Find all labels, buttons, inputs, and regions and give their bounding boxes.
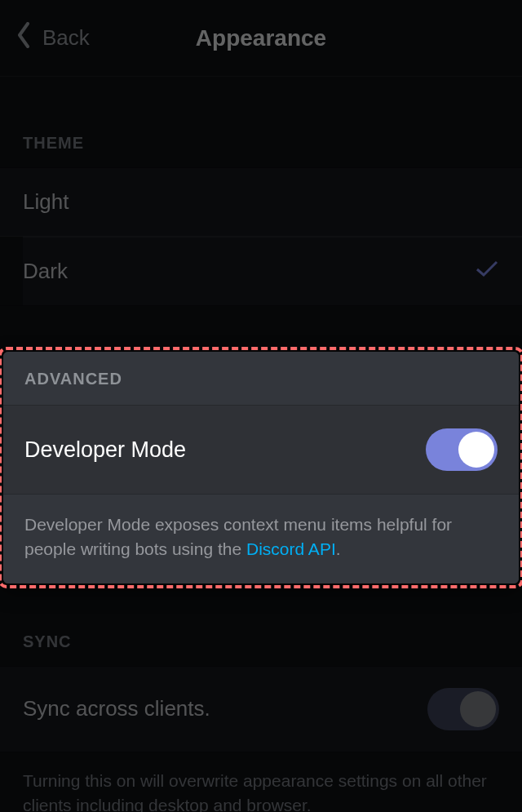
advanced-section: ADVANCED Developer Mode Developer Mode e… xyxy=(3,352,519,583)
theme-option-light[interactable]: Light xyxy=(0,168,522,237)
discord-api-link[interactable]: Discord API xyxy=(246,539,336,558)
toggle-knob xyxy=(460,691,496,727)
header-bar: Back Appearance xyxy=(0,0,522,77)
checkmark-icon xyxy=(475,259,499,284)
back-label: Back xyxy=(42,25,90,51)
sync-toggle[interactable] xyxy=(427,688,499,730)
sync-description: Turning this on will overwrite appearanc… xyxy=(0,752,522,812)
back-button[interactable]: Back xyxy=(16,22,90,54)
theme-option-label: Light xyxy=(23,189,69,215)
toggle-knob xyxy=(458,432,494,468)
developer-mode-description: Developer Mode exposes context menu item… xyxy=(3,495,519,583)
sync-toggle-row[interactable]: Sync across clients. xyxy=(0,666,522,752)
sync-heading: SYNC xyxy=(0,618,522,666)
theme-option-dark[interactable]: Dark xyxy=(23,237,522,305)
developer-mode-label: Developer Mode xyxy=(24,437,186,463)
sync-section: SYNC Sync across clients. Turning this o… xyxy=(0,618,522,812)
developer-mode-toggle[interactable] xyxy=(426,428,498,471)
desc-text-suffix: . xyxy=(336,539,341,558)
sync-toggle-label: Sync across clients. xyxy=(23,696,210,721)
theme-option-label: Dark xyxy=(23,259,68,284)
advanced-section-highlight: ADVANCED Developer Mode Developer Mode e… xyxy=(3,352,519,583)
theme-section: THEME Light Dark xyxy=(0,77,522,306)
advanced-heading: ADVANCED xyxy=(3,352,519,406)
theme-heading: THEME xyxy=(0,77,522,167)
desc-text-prefix: Developer Mode exposes context menu item… xyxy=(24,515,452,558)
chevron-left-icon xyxy=(16,22,31,54)
theme-options: Light Dark xyxy=(0,167,522,306)
developer-mode-row[interactable]: Developer Mode xyxy=(3,406,519,495)
